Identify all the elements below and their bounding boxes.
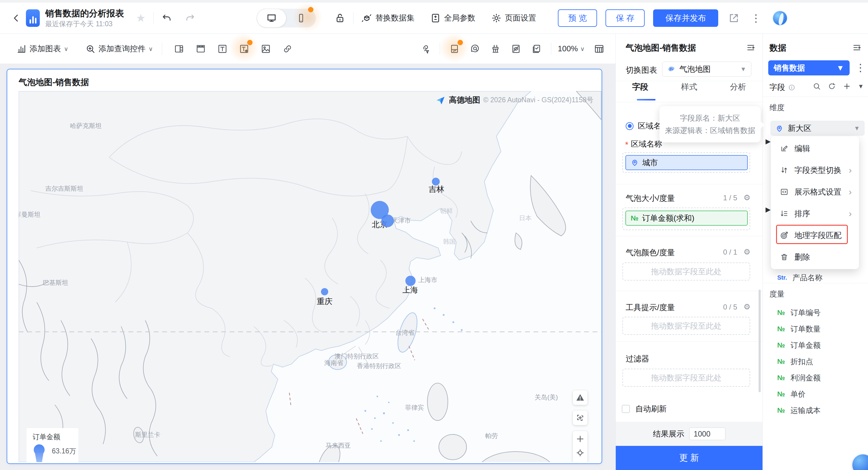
refresh-icon[interactable] bbox=[828, 82, 836, 90]
number-type-icon: № bbox=[777, 309, 785, 317]
calendar-grid-icon[interactable] bbox=[591, 41, 607, 57]
undo-icon[interactable] bbox=[161, 13, 172, 23]
map-place-label: 朝鲜 bbox=[440, 207, 453, 214]
region-drop-zone[interactable]: 城市 bbox=[622, 152, 750, 173]
menu-item-field-type[interactable]: 字段类型切换› bbox=[771, 159, 859, 181]
auto-refresh-label: 自动刷新 bbox=[635, 404, 667, 414]
clean-brush-icon[interactable] bbox=[488, 41, 503, 57]
menu-item-geo-match[interactable]: 地理字段匹配 bbox=[771, 225, 859, 246]
legend-max-value: 63.16万 bbox=[52, 446, 76, 456]
city-field-chip[interactable]: 城市 bbox=[625, 155, 748, 170]
report-doc-icon[interactable] bbox=[447, 41, 462, 57]
panel-scrollbar[interactable] bbox=[758, 290, 761, 392]
search-icon[interactable] bbox=[812, 82, 821, 90]
switch-chart-label: 切换图表 bbox=[626, 63, 657, 77]
save-publish-button[interactable]: 保存并发布 bbox=[653, 9, 718, 27]
data-bubble-天津[interactable] bbox=[381, 214, 394, 227]
menu-item-sort[interactable]: 排序› bbox=[771, 203, 859, 225]
auto-refresh-row[interactable]: 自动刷新 bbox=[622, 404, 667, 414]
measure-row[interactable]: №折扣点 bbox=[777, 357, 813, 366]
order-amount-chip[interactable]: № 订单金额(求和) bbox=[625, 211, 748, 226]
redo-icon[interactable] bbox=[185, 13, 195, 23]
app-root: 销售数据的分析报表 最近保存于今天 11:03 ★ 替换数据集 bbox=[0, 0, 868, 470]
update-button[interactable]: 更 新 bbox=[616, 446, 763, 470]
bubble-color-gear-icon[interactable]: ⚙ bbox=[744, 247, 750, 257]
collapse-panel-icon[interactable] bbox=[746, 43, 755, 53]
zoom-level-select[interactable]: 100%∨ bbox=[558, 44, 585, 53]
bubble-color-drop-zone[interactable]: 拖动数据字段至此处 bbox=[622, 262, 750, 281]
dataset-select[interactable]: 销售数据 ▼ bbox=[768, 60, 849, 76]
tab-fields[interactable]: 字段 bbox=[616, 82, 664, 100]
fields-header: 字段 bbox=[770, 82, 795, 93]
hide-element-icon[interactable] bbox=[508, 41, 524, 57]
chart-type-select[interactable]: 气泡地图 ▼ bbox=[662, 62, 751, 77]
data-bubble-重庆[interactable] bbox=[321, 288, 328, 295]
comment-insight-icon[interactable] bbox=[467, 41, 483, 57]
menu-item-format[interactable]: 展示格式设置› bbox=[771, 181, 859, 203]
bubble-size-gear-icon[interactable]: ⚙ bbox=[744, 193, 750, 202]
filter-drop-zone[interactable]: 拖动数据字段至此处 bbox=[622, 369, 750, 387]
add-query-control-button[interactable]: 添加查询控件∨ bbox=[85, 43, 153, 54]
measure-row[interactable]: №利润金额 bbox=[777, 373, 821, 383]
measure-row[interactable]: №单价 bbox=[777, 389, 806, 399]
bubble-size-drop-zone[interactable]: № 订单金额(求和) bbox=[622, 208, 750, 230]
save-button[interactable]: 保 存 bbox=[606, 9, 645, 27]
measure-row[interactable]: №订单金额 bbox=[777, 340, 821, 350]
tab-container-icon[interactable] bbox=[193, 41, 209, 57]
checklist-icon[interactable] bbox=[529, 41, 544, 57]
tooltip-gear-icon[interactable]: ⚙ bbox=[744, 302, 750, 312]
zoom-in-button[interactable] bbox=[573, 432, 587, 446]
image-icon[interactable] bbox=[258, 41, 274, 57]
mobile-toggle-button[interactable] bbox=[286, 9, 316, 27]
bubble-map[interactable]: 哈萨克斯坦吉尔吉斯斯坦库曼斯坦巴基斯坦天津市上海市朝鲜韩国日本台湾省澳门特别行政… bbox=[19, 91, 601, 462]
tab-style[interactable]: 样式 bbox=[664, 82, 713, 100]
collapse-data-panel-icon[interactable] bbox=[852, 43, 861, 53]
data-bubble-上海[interactable] bbox=[405, 276, 415, 286]
map-add-region-button[interactable] bbox=[573, 411, 587, 425]
dataset-more-icon[interactable]: ⋮ bbox=[855, 62, 866, 74]
amap-logo-icon bbox=[435, 95, 446, 105]
share-icon[interactable] bbox=[728, 12, 740, 24]
replace-dataset-button[interactable]: 替换数据集 bbox=[361, 13, 414, 24]
result-limit-input[interactable] bbox=[689, 428, 725, 440]
add-field-icon[interactable] bbox=[843, 82, 851, 90]
panel-expand-arrow[interactable]: ▶ bbox=[766, 138, 771, 145]
avatar[interactable] bbox=[772, 10, 787, 26]
auto-refresh-checkbox[interactable] bbox=[622, 405, 630, 413]
map-warning-button[interactable] bbox=[573, 390, 587, 405]
measure-row[interactable]: №运输成本 bbox=[777, 406, 821, 415]
zoom-out-button[interactable] bbox=[573, 460, 587, 462]
back-button[interactable] bbox=[11, 13, 22, 24]
more-menu-icon[interactable]: ⋮ bbox=[751, 12, 761, 24]
map-attribution: 高德地图 © 2026 AutoNavi - GS(2024)1158号 bbox=[435, 95, 593, 105]
measure-row[interactable]: №订单编号 bbox=[777, 308, 821, 318]
tab-analysis[interactable]: 分析 bbox=[714, 82, 763, 100]
lock-icon[interactable] bbox=[335, 13, 345, 24]
desktop-toggle-button[interactable] bbox=[257, 9, 286, 27]
map-place-label: 关岛(美) bbox=[535, 394, 558, 401]
preview-button[interactable]: 预 览 bbox=[558, 9, 597, 27]
gear-icon bbox=[491, 13, 502, 24]
page-settings-button[interactable]: 页面设置 bbox=[491, 13, 536, 24]
menu-item-delete[interactable]: 删除 bbox=[771, 246, 859, 268]
measure-row[interactable]: №订单数量 bbox=[777, 324, 821, 334]
locate-button[interactable] bbox=[573, 446, 587, 460]
menu-item-edit[interactable]: 编辑 bbox=[771, 138, 859, 159]
favorite-star-icon[interactable]: ★ bbox=[136, 12, 146, 24]
map-place-label: 斯里兰卡 bbox=[135, 431, 160, 438]
panel-expand-arrow[interactable]: ▶ bbox=[766, 206, 771, 213]
text-icon[interactable] bbox=[215, 41, 230, 57]
field-row-selected[interactable]: 新大区 ▼ bbox=[770, 121, 865, 136]
field-tooltip: 字段原名：新大区 来源逻辑表：区域销售数据 bbox=[659, 106, 761, 142]
field-sort-caret-icon[interactable]: ▼ bbox=[858, 83, 864, 90]
link-icon[interactable] bbox=[280, 41, 296, 57]
smart-text-icon[interactable] bbox=[236, 41, 252, 57]
link-filter-icon[interactable] bbox=[417, 41, 433, 57]
number-type-icon: № bbox=[777, 325, 785, 333]
component-layout-icon[interactable] bbox=[171, 41, 187, 57]
field-row-product-name[interactable]: Str. 产品名称 bbox=[777, 273, 823, 283]
global-params-button[interactable]: 全局参数 bbox=[430, 13, 475, 24]
map-chart-card[interactable]: 气泡地图-销售数据 bbox=[7, 69, 602, 464]
tooltip-drop-zone[interactable]: 拖动数据字段至此处 bbox=[622, 317, 750, 335]
add-chart-button[interactable]: 添加图表∨ bbox=[16, 43, 68, 54]
